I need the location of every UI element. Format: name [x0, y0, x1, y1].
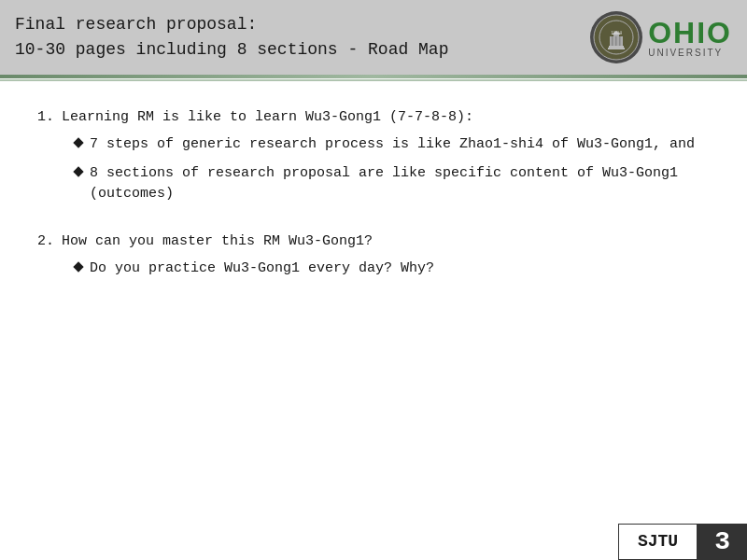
section-1-text: Learning RM is like to learn Wu3-Gong1 (…	[62, 109, 473, 125]
header: Final research proposal: 10-30 pages inc…	[0, 0, 747, 75]
header-line1: Final research proposal:	[15, 12, 448, 37]
bullet-text: Do you practice Wu3-Gong1 every day? Why…	[90, 259, 710, 280]
section-1-number: 1.	[37, 109, 54, 125]
logo-area: 1804 OHIO UNIVERSITY	[590, 11, 732, 63]
section-2: 2. How can you master this RM Wu3-Gong1?…	[37, 233, 710, 280]
list-item: Do you practice Wu3-Gong1 every day? Why…	[75, 259, 710, 280]
list-item: 8 sections of research proposal are like…	[75, 163, 710, 205]
svg-rect-6	[612, 36, 613, 46]
svg-rect-9	[609, 46, 624, 48]
list-item: 7 steps of generic research process is l…	[75, 134, 710, 156]
svg-rect-7	[615, 36, 617, 46]
header-line2-text: 10-30 pages including 8 sections - Road …	[15, 40, 448, 59]
section-2-title: 2. How can you master this RM Wu3-Gong1?	[37, 233, 710, 249]
section-1: 1. Learning RM is like to learn Wu3-Gong…	[37, 109, 710, 205]
ohio-label: OHIO	[648, 18, 732, 48]
logo-circle: 1804	[590, 11, 642, 63]
header-line2: 10-30 pages including 8 sections - Road …	[15, 37, 448, 63]
page-number: 3	[698, 524, 747, 560]
footer: SJTU 3	[618, 524, 747, 560]
section-2-bullets: Do you practice Wu3-Gong1 every day? Why…	[75, 259, 710, 280]
section-2-number: 2.	[37, 233, 54, 249]
svg-rect-8	[619, 36, 621, 46]
diamond-icon	[73, 137, 83, 147]
bullet-text: 7 steps of generic research process is l…	[90, 134, 710, 156]
diamond-icon	[73, 166, 83, 176]
section-2-text: How can you master this RM Wu3-Gong1?	[62, 233, 373, 249]
main-content: 1. Learning RM is like to learn Wu3-Gong…	[0, 81, 747, 560]
ohio-text: OHIO UNIVERSITY	[648, 18, 732, 58]
header-title: Final research proposal: 10-30 pages inc…	[15, 12, 448, 63]
svg-rect-10	[608, 48, 625, 49]
slide: Final research proposal: 10-30 pages inc…	[0, 0, 747, 560]
diamond-icon	[73, 261, 83, 272]
section-1-title: 1. Learning RM is like to learn Wu3-Gong…	[37, 109, 710, 125]
ohio-seal-icon: 1804	[593, 14, 640, 61]
sjtu-label: SJTU	[618, 524, 698, 560]
university-label: UNIVERSITY	[648, 48, 723, 58]
section-1-bullets: 7 steps of generic research process is l…	[75, 134, 710, 205]
bullet-text: 8 sections of research proposal are like…	[90, 163, 710, 205]
separator-line	[0, 75, 747, 78]
